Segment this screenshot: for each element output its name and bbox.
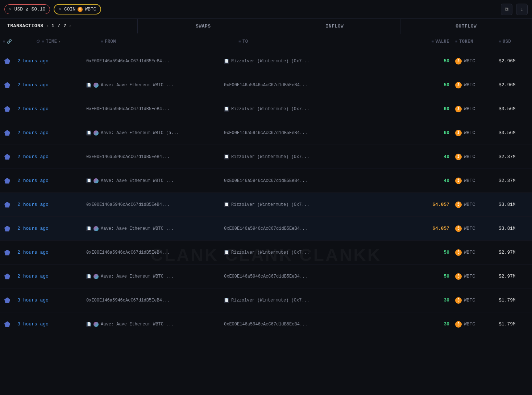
from-cell[interactable]: 📄 Aave: Aave Ethereum WBTC ... [83,226,221,231]
from-cell[interactable]: 📄 Aave: Aave Ethereum WBTC ... [83,178,221,183]
to-address[interactable]: Rizzolver (Wintermute) (0x7... [231,59,309,64]
col-header-time[interactable]: ⏱ ≡ TIME ▾ [14,39,98,44]
to-cell[interactable]: 0xE00E146a5946cAcC67d1dB5EeB4... [221,178,409,183]
table-row[interactable]: 2 hours ago 📄 Aave: Aave Ethereum WBTC .… [0,73,532,97]
to-cell[interactable]: 📄Rizzolver (Wintermute) (0x7... [221,59,409,64]
from-address[interactable]: Aave: Aave Ethereum WBTC ... [101,83,174,88]
from-address[interactable]: Aave: Aave Ethereum WBTC ... [101,322,174,327]
to-cell[interactable]: 0xE00E146a5946cAcC67d1dB5EeB4... [221,83,409,88]
table-row[interactable]: 2 hours ago0xE00E146a5946cAcC67d1dB5EeB4… [0,241,532,265]
from-cell[interactable]: 0xE00E146a5946cAcC67d1dB5EeB4... [83,250,221,255]
from-cell[interactable]: 0xE00E146a5946cAcC67d1dB5EeB4... [83,202,221,207]
chain-cell [0,153,14,161]
from-address[interactable]: Aave: Aave Ethereum WBTC (a... [101,130,179,136]
table-row[interactable]: 2 hours ago0xE00E146a5946cAcC67d1dB5EeB4… [0,193,532,217]
copy-button[interactable]: ⧉ [501,4,512,15]
time-dropdown-icon[interactable]: ▾ [58,40,61,44]
to-cell[interactable]: 0xE00E146a5946cAcC67d1dB5EeB4... [221,226,409,231]
token-name: WBTC [464,298,475,303]
from-address[interactable]: 0xE00E146a5946cAcC67d1dB5EeB4... [86,202,170,207]
usd-value: $3.81M [499,226,516,231]
table-row[interactable]: 3 hours ago 📄 Aave: Aave Ethereum WBTC .… [0,312,532,336]
next-page-arrow[interactable]: › [68,23,71,29]
to-cell[interactable]: 📄Rizzolver (Wintermute) (0x7... [221,202,409,207]
usd-cell: $3.81M [496,226,532,231]
from-cell[interactable]: 0xE00E146a5946cAcC67d1dB5EeB4... [83,298,221,303]
from-cell[interactable]: 📄 Aave: Aave Ethereum WBTC ... [83,274,221,279]
tab-inflow[interactable]: INFLOW [269,19,401,34]
eth-icon [4,202,10,208]
table-row[interactable]: 2 hours ago 📄 Aave: Aave Ethereum WBTC (… [0,121,532,145]
time-cell: 2 hours ago [14,274,83,279]
tab-outflow[interactable]: OUTFLOW [400,19,532,34]
to-address[interactable]: 0xE00E146a5946cAcC67d1dB5EeB4... [224,83,307,88]
time-value: 2 hours ago [17,154,49,159]
table-row[interactable]: 2 hours ago 📄 Aave: Aave Ethereum WBTC .… [0,169,532,193]
usd-cell: $2.37M [496,178,532,183]
col-header-token[interactable]: ≡ TOKEN [452,39,496,44]
from-address[interactable]: 0xE00E146a5946cAcC67d1dB5EeB4... [86,298,170,303]
from-cell[interactable]: 📄 Aave: Aave Ethereum WBTC ... [83,83,221,88]
to-address[interactable]: 0xE00E146a5946cAcC67d1dB5EeB4... [224,226,307,231]
from-address[interactable]: 0xE00E146a5946cAcC67d1dB5EeB4... [86,107,170,112]
to-address[interactable]: 0xE00E146a5946cAcC67d1dB5EeB4... [224,178,307,183]
table-row[interactable]: 2 hours ago0xE00E146a5946cAcC67d1dB5EeB4… [0,145,532,169]
col-header-from[interactable]: ≡ FROM [98,39,236,44]
to-address[interactable]: Rizzolver (Wintermute) (0x7... [231,298,309,303]
to-address[interactable]: Rizzolver (Wintermute) (0x7... [231,107,309,112]
to-cell[interactable]: 0xE00E146a5946cAcC67d1dB5EeB4... [221,322,409,327]
wbtc-token-icon: ₿ [455,106,462,112]
usd-filter-close[interactable]: × [9,7,12,12]
tab-transactions[interactable]: TRANSACTIONS ‹ 1 / 7 › [0,19,138,34]
to-cell[interactable]: 0xE00E146a5946cAcC67d1dB5EeB4... [221,274,409,279]
value-amount: 50 [444,250,449,255]
to-cell[interactable]: 0xE00E146a5946cAcC67d1dB5EeB4... [221,130,409,136]
to-cell[interactable]: 📄Rizzolver (Wintermute) (0x7... [221,154,409,159]
from-cell[interactable]: 0xE00E146a5946cAcC67d1dB5EeB4... [83,154,221,159]
coin-filter-chip[interactable]: × COIN ₿ WBTC [54,4,101,14]
col-header-usd[interactable]: ≡ USD [496,39,532,44]
wbtc-token-icon: ₿ [455,297,462,304]
from-address[interactable]: 0xE00E146a5946cAcC67d1dB5EeB4... [86,59,170,64]
chain-cell [0,249,14,256]
from-cell[interactable]: 📄 Aave: Aave Ethereum WBTC ... [83,322,221,327]
coin-filter-close[interactable]: × [59,7,61,12]
time-cell: 2 hours ago [14,130,83,136]
from-address[interactable]: Aave: Aave Ethereum WBTC ... [101,178,174,183]
to-address[interactable]: Rizzolver (Wintermute) (0x7... [231,154,309,159]
time-cell: 2 hours ago [14,250,83,255]
from-cell[interactable]: 0xE00E146a5946cAcC67d1dB5EeB4... [83,59,221,64]
to-cell[interactable]: 📄Rizzolver (Wintermute) (0x7... [221,107,409,112]
usd-filter-chip[interactable]: × USD ≥ $0.10 [4,4,50,14]
to-address[interactable]: 0xE00E146a5946cAcC67d1dB5EeB4... [224,322,307,327]
table-row[interactable]: 2 hours ago0xE00E146a5946cAcC67d1dB5EeB4… [0,49,532,73]
to-address[interactable]: 0xE00E146a5946cAcC67d1dB5EeB4... [224,130,307,136]
col-header-to[interactable]: ≡ TO [236,39,409,44]
from-address[interactable]: 0xE00E146a5946cAcC67d1dB5EeB4... [86,250,170,255]
to-cell[interactable]: 📄Rizzolver (Wintermute) (0x7... [221,250,409,255]
col-header-value[interactable]: ≡ VALUE [409,39,452,44]
table-row[interactable]: 2 hours ago0xE00E146a5946cAcC67d1dB5EeB4… [0,97,532,121]
prev-page-arrow[interactable]: ‹ [46,23,49,29]
to-address[interactable]: 0xE00E146a5946cAcC67d1dB5EeB4... [224,274,307,279]
to-address[interactable]: Rizzolver (Wintermute) (0x7... [231,202,309,207]
aave-icon [93,178,99,183]
page-indicator: 1 / 7 [51,23,67,29]
from-address[interactable]: Aave: Aave Ethereum WBTC ... [101,274,174,279]
to-address[interactable]: Rizzolver (Wintermute) (0x7... [231,250,309,255]
from-address[interactable]: Aave: Aave Ethereum WBTC ... [101,226,174,231]
table-row[interactable]: 2 hours ago 📄 Aave: Aave Ethereum WBTC .… [0,217,532,241]
token-filter-icon: ≡ [455,40,458,44]
download-button[interactable]: ↓ [516,4,528,15]
from-cell[interactable]: 📄 Aave: Aave Ethereum WBTC (a... [83,130,221,136]
token-cell: ₿WBTC [452,225,496,232]
table-row[interactable]: 2 hours ago 📄 Aave: Aave Ethereum WBTC .… [0,265,532,288]
row-filter-icon[interactable]: ≡ [3,40,5,44]
usd-value: $2.97M [499,274,516,279]
to-cell[interactable]: 📄Rizzolver (Wintermute) (0x7... [221,298,409,303]
from-cell[interactable]: 0xE00E146a5946cAcC67d1dB5EeB4... [83,107,221,112]
token-name: WBTC [464,321,475,327]
from-address[interactable]: 0xE00E146a5946cAcC67d1dB5EeB4... [86,154,170,159]
table-row[interactable]: 3 hours ago0xE00E146a5946cAcC67d1dB5EeB4… [0,288,532,312]
tab-swaps[interactable]: SWAPS [138,19,269,34]
